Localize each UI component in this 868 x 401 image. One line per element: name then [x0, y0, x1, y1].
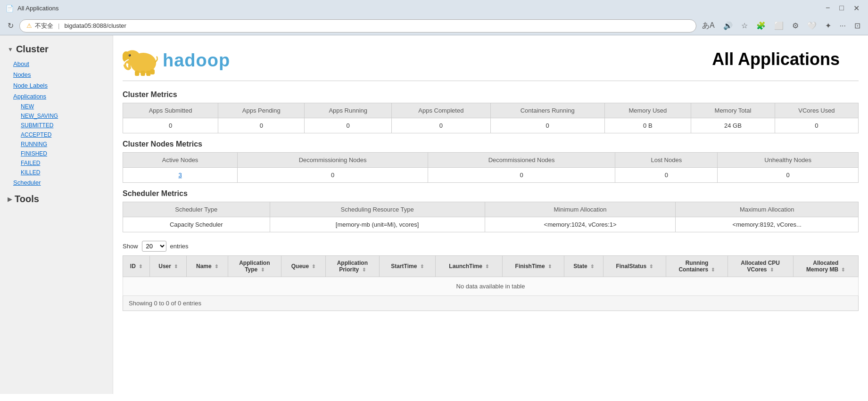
svg-rect-6	[141, 71, 145, 76]
apps-col-application-type[interactable]: ApplicationType ⇕	[228, 256, 281, 277]
sidebar-item-new-saving[interactable]: NEW_SAVING	[17, 111, 113, 121]
state-sort-icon: ⇕	[590, 264, 594, 269]
main-container: ▼ Cluster About Nodes Node Labels Applic…	[0, 35, 868, 394]
sidebar-item-killed[interactable]: KILLED	[17, 168, 113, 177]
finishtime-sort-icon: ⇕	[548, 264, 552, 269]
cluster-nodes-metrics-header: Cluster Nodes Metrics	[123, 140, 859, 148]
apps-col-id[interactable]: ID ⇕	[123, 256, 150, 277]
cluster-arrow-icon: ▼	[8, 46, 13, 53]
launchtime-sort-icon: ⇕	[485, 264, 489, 269]
cluster-nodes-metrics-table: Active Nodes Decommissioning Nodes Decom…	[123, 152, 859, 183]
sidebar-subnav: NEW NEW_SAVING SUBMITTED ACCEPTED RUNNIN…	[9, 102, 113, 177]
col-maximum-allocation: Maximum Allocation	[676, 202, 859, 217]
svg-point-4	[129, 55, 130, 56]
hadoop-logo: hadoop	[123, 43, 255, 76]
show-entries-bar: Show 10 20 25 50 100 entries	[123, 236, 859, 255]
apptype-sort-icon: ⇕	[261, 267, 265, 272]
apps-col-allocated-cpu[interactable]: Allocated CPUVCores ⇕	[727, 256, 793, 277]
browser-titlebar: 📄 All Applications − □ ✕	[0, 0, 868, 16]
apps-col-application-priority[interactable]: ApplicationPriority ⇕	[326, 256, 380, 277]
apps-col-name[interactable]: Name ⇕	[187, 256, 228, 277]
cluster-label: Cluster	[16, 44, 49, 55]
page-header: hadoop All Applications	[123, 43, 859, 81]
applications-table: ID ⇕ User ⇕ Name ⇕ ApplicationType ⇕ Que…	[123, 255, 859, 296]
sidebar-item-failed[interactable]: FAILED	[17, 158, 113, 168]
cluster-metrics-header: Cluster Metrics	[123, 90, 859, 99]
svg-rect-5	[135, 71, 139, 76]
browser-settings-button[interactable]: ⚙	[789, 19, 802, 32]
col-apps-completed: Apps Completed	[392, 103, 491, 118]
sidebar-toggle-button[interactable]: ⊡	[851, 19, 863, 32]
apps-col-starttime[interactable]: StartTime ⇕	[379, 256, 436, 277]
browser-tab-title: All Applications	[17, 5, 58, 12]
cluster-section-header[interactable]: ▼ Cluster	[0, 40, 113, 58]
no-data-message: No data available in table	[123, 277, 859, 296]
favorites-button[interactable]: ☆	[738, 19, 751, 32]
content-area: hadoop All Applications Cluster Metrics …	[113, 35, 868, 394]
apps-col-queue[interactable]: Queue ⇕	[281, 256, 326, 277]
apps-col-finishtime[interactable]: FinishTime ⇕	[503, 256, 564, 277]
tools-section-header[interactable]: ▶ Tools	[0, 188, 113, 208]
val-apps-running: 0	[305, 118, 392, 133]
maximize-button[interactable]: □	[836, 3, 847, 14]
sidebar-item-about[interactable]: About	[9, 58, 113, 69]
svg-point-3	[129, 54, 131, 57]
read-aloud-button[interactable]: 🔊	[720, 19, 736, 32]
apps-col-finalstatus[interactable]: FinalStatus ⇕	[603, 256, 666, 277]
close-button[interactable]: ✕	[851, 3, 862, 14]
val-vcores-used: 0	[775, 118, 858, 133]
apps-col-state[interactable]: State ⇕	[564, 256, 603, 277]
col-containers-running: Containers Running	[490, 103, 604, 118]
sidebar-item-nodes[interactable]: Nodes	[9, 69, 113, 80]
val-scheduler-type: Capacity Scheduler	[123, 217, 270, 232]
queue-sort-icon: ⇕	[312, 264, 315, 269]
more-button[interactable]: ···	[837, 20, 849, 32]
copilot-button[interactable]: ✦	[822, 19, 834, 32]
apps-col-allocated-memory[interactable]: AllocatedMemory MB ⇕	[793, 256, 858, 277]
sidebar-item-applications[interactable]: Applications	[9, 91, 113, 102]
sidebar-item-scheduler[interactable]: Scheduler	[9, 177, 113, 188]
starttime-sort-icon: ⇕	[420, 264, 424, 269]
sidebar-item-new[interactable]: NEW	[17, 102, 113, 111]
id-sort-icon: ⇕	[139, 264, 142, 269]
val-active-nodes: 3	[123, 168, 238, 183]
sidebar-item-accepted[interactable]: ACCEPTED	[17, 130, 113, 139]
entries-select[interactable]: 10 20 25 50 100	[142, 241, 166, 252]
sidebar-item-node-labels[interactable]: Node Labels	[9, 80, 113, 91]
minimize-button[interactable]: −	[823, 3, 833, 14]
url-text[interactable]: bigdata05:8088/cluster	[64, 22, 689, 29]
separator: |	[58, 22, 59, 29]
sidebar-item-running[interactable]: RUNNING	[17, 139, 113, 149]
sidebar-nav: About Nodes Node Labels Applications NEW…	[0, 58, 113, 188]
col-decommissioning-nodes: Decommissioning Nodes	[238, 153, 428, 168]
col-apps-pending: Apps Pending	[218, 103, 305, 118]
val-unhealthy-nodes: 0	[718, 168, 859, 183]
val-maximum-allocation: <memory:8192, vCores...	[676, 217, 859, 232]
split-view-button[interactable]: ⬜	[771, 19, 786, 32]
extensions-button[interactable]: 🧩	[753, 19, 769, 32]
apps-col-launchtime[interactable]: LaunchTime ⇕	[436, 256, 503, 277]
refresh-button[interactable]: ↻	[5, 19, 17, 32]
col-memory-used: Memory Used	[604, 103, 691, 118]
col-apps-running: Apps Running	[305, 103, 392, 118]
col-active-nodes: Active Nodes	[123, 153, 238, 168]
favorites-heart-button[interactable]: 🤍	[804, 19, 819, 32]
apps-col-user[interactable]: User ⇕	[150, 256, 187, 277]
page-icon: 📄	[6, 5, 14, 12]
col-lost-nodes: Lost Nodes	[615, 153, 718, 168]
translate-button[interactable]: あA	[699, 19, 718, 33]
sidebar-item-finished[interactable]: FINISHED	[17, 149, 113, 158]
col-decommissioned-nodes: Decommissioned Nodes	[428, 153, 615, 168]
address-bar[interactable]: ⚠ 不安全 | bigdata05:8088/cluster	[19, 19, 696, 33]
hadoop-text-logo: hadoop	[160, 45, 255, 74]
val-decommissioned-nodes: 0	[428, 168, 615, 183]
val-apps-pending: 0	[218, 118, 305, 133]
val-apps-completed: 0	[392, 118, 491, 133]
val-lost-nodes: 0	[615, 168, 718, 183]
scheduler-metrics-table: Scheduler Type Scheduling Resource Type …	[123, 202, 859, 232]
sidebar-item-submitted[interactable]: SUBMITTED	[17, 121, 113, 130]
page-title: All Applications	[712, 49, 840, 69]
apps-col-running-containers[interactable]: RunningContainers ⇕	[666, 256, 728, 277]
svg-rect-7	[146, 71, 150, 76]
browser-toolbar: ↻ ⚠ 不安全 | bigdata05:8088/cluster あA 🔊 ☆ …	[0, 16, 868, 35]
